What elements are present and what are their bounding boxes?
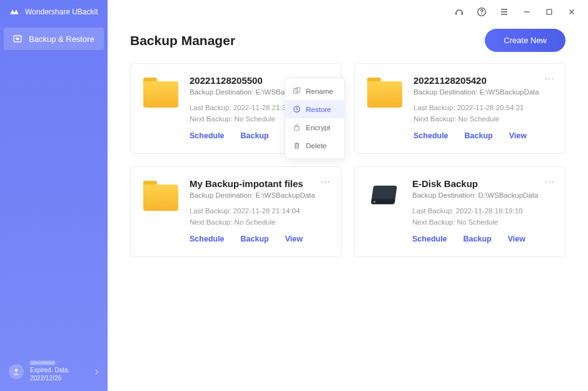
context-menu-delete[interactable]: Delete <box>285 136 344 155</box>
folder-icon <box>143 181 178 211</box>
card-meta: Last Backup: 2022-11-28 20:54:21Next Bac… <box>413 102 552 125</box>
card-last-backup: Last Backup: 2022-11-28 20:54:21 <box>413 102 552 113</box>
backup-card: 20221128205500Backup Destination: E:\WSB… <box>130 63 342 154</box>
card-next-backup: Next Backup: No Schedule <box>412 216 552 228</box>
card-next-backup: Next Backup: No Schedule <box>190 216 328 228</box>
main-area: Backup Manager Create New 20221128205500… <box>108 0 588 391</box>
backup-restore-icon <box>13 34 23 44</box>
restore-icon <box>293 105 301 113</box>
context-menu-label: Rename <box>306 88 333 95</box>
sidebar: Wondershare UBackit Backup & Restore Exp… <box>0 0 108 391</box>
card-title: My Backup-impotant files <box>190 178 328 189</box>
card-context-menu: RenameRestoreEncryptDelete <box>285 78 345 159</box>
card-action-view[interactable]: View <box>508 235 525 243</box>
folder-icon <box>367 78 402 108</box>
card-meta: Last Backup: 2022-11-28 21:14:04Next Bac… <box>190 205 328 228</box>
close-icon[interactable] <box>567 7 577 17</box>
account-expiry: Expired. Data. 2022/12/26 <box>30 366 89 382</box>
svg-rect-3 <box>462 13 463 15</box>
context-menu-encrypt[interactable]: Encrypt <box>285 118 344 136</box>
card-actions: ScheduleBackupView <box>413 131 552 140</box>
card-destination: Backup Destination: E:\WSBackupData <box>413 88 552 96</box>
sidebar-item-label: Backup & Restore <box>29 34 94 44</box>
svg-rect-10 <box>295 127 299 131</box>
menu-icon[interactable] <box>499 7 509 17</box>
card-title: 20221128205420 <box>413 75 552 86</box>
avatar-icon <box>9 364 24 379</box>
account-info: Expired. Data. 2022/12/26 <box>30 361 89 382</box>
card-last-backup: Last Backup: 2022-11-28 21:14:04 <box>190 205 328 216</box>
window-titlebar <box>108 0 588 24</box>
card-action-backup[interactable]: Backup <box>241 235 269 243</box>
card-destination: Backup Destination: E:\WSBackupData <box>190 191 328 199</box>
backup-card: My Backup-impotant filesBackup Destinati… <box>130 166 342 257</box>
card-body: 20221128205420Backup Destination: E:\WSB… <box>413 75 552 142</box>
svg-rect-2 <box>455 13 457 15</box>
card-destination: Backup Destination: D:\WSBackupData <box>412 191 552 199</box>
card-action-backup[interactable]: Backup <box>465 131 493 140</box>
context-menu-label: Encrypt <box>306 124 330 131</box>
brand-name: Wondershare UBackit <box>25 8 98 16</box>
maximize-icon[interactable] <box>544 7 554 17</box>
card-actions: ScheduleBackupView <box>190 235 328 243</box>
svg-point-1 <box>15 368 18 372</box>
context-menu-label: Restore <box>306 106 331 113</box>
rename-icon <box>293 87 301 95</box>
backup-cards-grid: 20221128205500Backup Destination: E:\WSB… <box>108 63 588 257</box>
brand: Wondershare UBackit <box>0 0 108 28</box>
header-row: Backup Manager Create New <box>108 24 588 63</box>
minimize-icon[interactable] <box>522 7 532 17</box>
card-action-view[interactable]: View <box>509 131 527 140</box>
card-more-icon[interactable]: ⋯ <box>544 73 555 84</box>
create-new-button[interactable]: Create New <box>485 29 565 52</box>
card-actions: ScheduleBackupView <box>412 235 552 243</box>
card-action-backup[interactable]: Backup <box>464 235 492 243</box>
page-title: Backup Manager <box>130 33 235 48</box>
sidebar-item-backup-restore[interactable]: Backup & Restore <box>4 28 104 50</box>
card-last-backup: Last Backup: 2022-11-28 18:19:10 <box>412 205 552 216</box>
brand-logo-icon <box>9 8 20 16</box>
svg-rect-0 <box>14 36 21 42</box>
backup-card: E-Disk BackupBackup Destination: D:\WSBa… <box>354 166 565 257</box>
svg-point-5 <box>481 13 482 14</box>
card-title: E-Disk Backup <box>412 178 552 189</box>
card-action-view[interactable]: View <box>285 235 303 243</box>
lock-icon <box>293 123 301 131</box>
account-section[interactable]: Expired. Data. 2022/12/26 <box>0 352 108 391</box>
folder-icon <box>143 78 178 108</box>
chevron-right-icon <box>95 369 99 375</box>
card-action-schedule[interactable]: Schedule <box>413 131 449 140</box>
context-menu-rename[interactable]: Rename <box>285 82 344 100</box>
context-menu-restore[interactable]: Restore <box>285 100 344 118</box>
disk-icon <box>367 182 401 208</box>
account-name-blurred <box>30 361 55 365</box>
card-body: E-Disk BackupBackup Destination: D:\WSBa… <box>412 178 552 245</box>
card-action-backup[interactable]: Backup <box>241 131 269 140</box>
card-body: My Backup-impotant filesBackup Destinati… <box>190 178 328 245</box>
card-more-icon[interactable]: ⋯ <box>544 176 555 188</box>
card-action-schedule[interactable]: Schedule <box>190 131 225 140</box>
support-icon[interactable] <box>454 7 464 17</box>
card-meta: Last Backup: 2022-11-28 18:19:10Next Bac… <box>412 205 552 228</box>
context-menu-label: Delete <box>306 142 327 150</box>
help-icon[interactable] <box>477 7 487 17</box>
card-action-schedule[interactable]: Schedule <box>190 235 225 243</box>
backup-card: 20221128205420Backup Destination: E:\WSB… <box>354 63 565 154</box>
svg-rect-6 <box>547 9 552 14</box>
card-next-backup: Next Backup: No Schedule <box>413 113 552 124</box>
card-action-schedule[interactable]: Schedule <box>412 235 447 243</box>
card-more-icon[interactable]: ⋯ <box>320 176 331 188</box>
trash-icon <box>293 141 301 150</box>
